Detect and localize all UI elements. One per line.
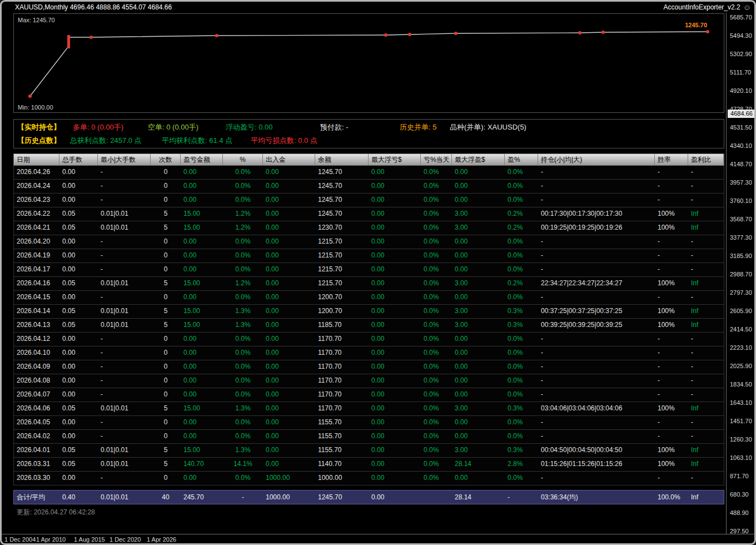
cell-hold-time: 03:04:06|03:04:06|03:04:06: [538, 402, 655, 415]
price-axis-label: 2605.90: [730, 308, 752, 314]
cell-balance: 1170.70: [315, 374, 369, 388]
price-axis[interactable]: 4684.66 5685.705494.305302.905111.704920…: [727, 2, 756, 543]
avg-profit-points-value: 平均获利点数: 61.4 点: [162, 135, 232, 147]
cell-max-float-loss: 0.00: [369, 263, 421, 276]
cell-max-float-loss: 0.00: [369, 235, 421, 249]
column-header-profit-ratio: 盈利比: [688, 154, 724, 165]
price-axis-label: 1451.70: [730, 418, 752, 424]
price-axis-label: 5494.30: [730, 32, 752, 39]
cell-balance: 1000.00: [315, 472, 369, 485]
cell-max-float-profit: 0.00: [452, 388, 505, 402]
cell-profit-pct: 2.8%: [505, 458, 538, 471]
cell-win-rate: 100%: [655, 221, 688, 235]
total-cell-pnl-pct: -: [223, 490, 263, 504]
balance-chart-panel[interactable]: Max: 1245.70 Min: 1000.00 1245.70: [13, 13, 724, 113]
cell-balance: 1245.70: [315, 166, 369, 179]
column-header-count: 次数: [151, 154, 181, 165]
cell-pnl-pct: 1.3%: [223, 402, 263, 415]
table-row: 2026.04.190.00-00.000.0%0.001215.700.000…: [13, 249, 724, 263]
cell-pnl-amount: 0.00: [181, 263, 223, 276]
cell-max-float-profit: 0.00: [452, 472, 505, 485]
price-axis-label: 1260.30: [730, 436, 752, 443]
cell-total-lots: 0.05: [59, 305, 98, 318]
cell-max-float-profit: 0.00: [452, 374, 505, 388]
cell-date: 2026.04.14: [14, 305, 59, 318]
cell-min-max-lots: -: [98, 194, 151, 207]
cell-win-rate: 100%: [655, 444, 688, 457]
cell-min-max-lots: -: [98, 374, 151, 388]
price-axis-label: 2025.90: [730, 363, 752, 369]
cell-min-max-lots: 0.01|0.01: [98, 277, 151, 290]
cell-loss-pct-day: 0.0%: [421, 444, 452, 457]
cell-deposit-withdraw: 0.00: [263, 305, 315, 318]
history-merged-orders-value: 历史并单: 5: [400, 121, 436, 133]
cell-date: 2026.04.17: [14, 263, 59, 276]
cell-total-lots: 0.05: [59, 277, 98, 290]
cell-deposit-withdraw: 0.00: [263, 263, 315, 276]
time-axis[interactable]: 1 Dec 20041 Apr 20101 Aug 20151 Dec 2020…: [2, 534, 754, 544]
cell-total-lots: 0.00: [59, 194, 98, 207]
cell-profit-ratio: -: [688, 430, 724, 443]
table-total-row: 合计/平均0.400.01|0.0140245.70-1000.001245.7…: [13, 490, 724, 504]
cell-loss-pct-day: 0.0%: [421, 263, 452, 276]
table-row: 2026.04.070.00-00.000.0%0.001170.700.000…: [13, 388, 724, 402]
cell-win-rate: -: [655, 472, 688, 485]
price-axis-label: 871.70: [730, 473, 749, 479]
cell-profit-ratio: -: [688, 291, 724, 304]
avg-loss-points-value: 平均亏损点数: 0.0 点: [251, 135, 317, 147]
long-orders-value: 多单: 0 (0.00手): [73, 121, 123, 133]
cell-hold-time: -: [538, 472, 655, 485]
cell-max-float-loss: 0.00: [369, 305, 421, 318]
cell-max-float-profit: 0.00: [452, 416, 505, 429]
price-axis-label: 4148.70: [730, 161, 752, 167]
cell-profit-ratio: -: [688, 346, 724, 360]
cell-profit-pct: 0.0%: [505, 388, 538, 402]
cell-total-lots: 0.00: [59, 374, 98, 388]
realtime-positions-row: 【实时持仓】 多单: 0 (0.00手) 空单: 0 (0.00手) 浮动盈亏:…: [14, 121, 724, 133]
cell-hold-time: -: [538, 346, 655, 360]
cell-pnl-pct: 0.0%: [223, 263, 263, 276]
cell-profit-ratio: -: [688, 166, 724, 179]
cell-count: 0: [151, 166, 181, 179]
cell-loss-pct-day: 0.0%: [421, 194, 452, 207]
cell-date: 2026.04.22: [14, 207, 59, 221]
cell-pnl-amount: 0.00: [181, 388, 223, 402]
cell-profit-ratio: Inf: [688, 221, 724, 235]
column-header-date: 日期: [14, 154, 59, 165]
cell-min-max-lots: -: [98, 291, 151, 304]
cell-profit-ratio: -: [688, 374, 724, 388]
cell-win-rate: 100%: [655, 305, 688, 318]
cell-balance: 1185.70: [315, 319, 369, 332]
price-axis-label: 680.30: [730, 491, 749, 498]
price-axis-label: 1834.50: [730, 381, 752, 388]
price-axis-label: 3760.10: [730, 197, 752, 204]
cell-pnl-amount: 0.00: [181, 346, 223, 360]
table-row: 2026.04.060.050.01|0.01515.001.3%0.00117…: [13, 402, 724, 416]
time-axis-label: 1 Dec 2020: [110, 536, 141, 543]
cell-pnl-amount: 0.00: [181, 472, 223, 485]
cell-count: 5: [151, 207, 181, 221]
history-points-row: 【历史点数】 总获利点数: 2457.0 点 平均获利点数: 61.4 点 平均…: [14, 135, 724, 147]
cell-pnl-amount: 0.00: [181, 374, 223, 388]
cell-loss-pct-day: 0.0%: [421, 166, 452, 179]
cell-date: 2026.04.07: [14, 388, 59, 402]
cell-hold-time: -: [538, 333, 655, 346]
symbol-ohlc-title: XAUUSD,Monthly 4696.46 4888.86 4554.07 4…: [15, 2, 172, 13]
cell-hold-time: 01:15:26|01:15:26|01:15:26: [538, 458, 655, 471]
table-row: 2026.04.260.00-00.000.0%0.001245.700.000…: [13, 166, 724, 180]
cell-count: 5: [151, 305, 181, 318]
time-axis-label: 1 Dec 2004: [4, 536, 36, 543]
cell-max-float-loss: 0.00: [369, 374, 421, 388]
cell-pnl-pct: 0.0%: [223, 346, 263, 360]
total-cell-total-lots: 0.40: [59, 490, 98, 504]
cell-date: 2026.04.21: [14, 221, 59, 235]
cell-min-max-lots: -: [98, 249, 151, 262]
cell-profit-pct: 0.3%: [505, 402, 538, 415]
table-row: 2026.04.050.00-00.000.0%0.001155.700.000…: [13, 416, 724, 430]
cell-loss-pct-day: 0.0%: [421, 388, 452, 402]
cell-pnl-pct: 14.1%: [223, 458, 263, 471]
chart-min-label: Min: 1000.00: [18, 104, 53, 111]
cell-win-rate: -: [655, 291, 688, 304]
cell-min-max-lots: -: [98, 166, 151, 179]
cell-count: 5: [151, 221, 181, 235]
